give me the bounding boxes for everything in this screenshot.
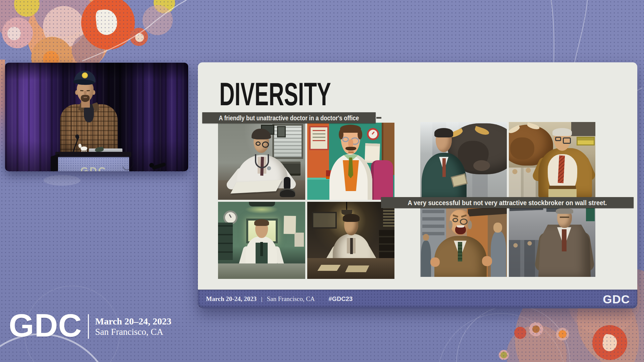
podium-side	[51, 154, 59, 171]
laptop	[89, 148, 122, 153]
brand-text: March 20–24, 2023 San Francisco, CA	[95, 316, 171, 337]
broker-hair	[434, 128, 453, 137]
gdc-logo-footer: GDC	[603, 293, 637, 305]
bystander-right-head	[493, 223, 502, 233]
podium-front: GDC	[58, 157, 129, 171]
brown-bull-head	[510, 137, 534, 160]
presenter-video-feed[interactable]: GDC	[5, 63, 188, 171]
slide-footer-hashtag: #GDC23	[329, 296, 353, 303]
cable	[120, 156, 136, 171]
broker-image-yelling	[420, 200, 507, 277]
speaker-nose	[84, 91, 87, 95]
slide-footer-bar: March 20-24, 2023 | San Francisco, CA #G…	[198, 290, 637, 308]
dark-tie	[260, 242, 263, 256]
dark-red-tie	[562, 229, 567, 251]
magenta-chair	[371, 160, 393, 200]
speaker-eye-left	[80, 90, 84, 92]
prompt-caption-doctors-text: A friendly but unattractive doctor in a …	[219, 114, 359, 122]
building-dark	[571, 122, 595, 136]
corner-microphone-icon	[152, 162, 166, 170]
gdc-brand-block: GDC March 20–24, 2023 San Francisco, CA	[9, 309, 171, 342]
broker-image-heavy-bull	[509, 122, 595, 198]
cartoon-doctor-mouth	[348, 152, 354, 153]
mustache	[345, 147, 356, 150]
doctor-tie	[350, 238, 353, 254]
goat-legs	[82, 150, 83, 153]
doctor-image-green-office	[218, 202, 305, 279]
dark-tshirt	[84, 104, 94, 122]
slide-footer-separator: |	[261, 296, 262, 303]
desk-paper-2	[345, 265, 369, 272]
desk-gauge	[280, 188, 295, 197]
doctor-glasses	[256, 141, 261, 146]
clenched-fist-right	[482, 256, 492, 266]
teeth	[457, 225, 464, 228]
brand-divider	[88, 314, 89, 339]
bull-snout	[473, 160, 490, 171]
speaker-ear-right	[92, 90, 95, 95]
bookshelf	[218, 223, 233, 260]
speaker-eye-right	[87, 90, 90, 92]
stethoscope-chestpiece	[267, 166, 271, 170]
desk-gadget	[284, 177, 290, 190]
prompt-caption-doctors: A friendly but unattractive doctor in a …	[202, 112, 376, 123]
plaid-shirt	[60, 104, 118, 155]
bystander-left	[421, 241, 431, 277]
desk-paper	[317, 265, 340, 271]
bystander-right	[491, 231, 506, 277]
blob-pink-core	[7, 27, 21, 40]
blob-olive-core	[500, 352, 507, 358]
doctor-hair	[343, 214, 360, 222]
gdc-logo-large: GDC	[9, 309, 82, 342]
bystander-left-head	[423, 234, 429, 241]
gray-hair	[552, 128, 572, 136]
broker-glasses	[452, 218, 458, 222]
stream-page: { "slide": { "title": "DIVERSITY", "capt…	[0, 0, 644, 362]
blob-pink-fade	[143, 5, 173, 35]
cap-brim	[73, 79, 95, 85]
corner-microphone-tip	[149, 163, 154, 168]
wall-poster	[284, 216, 296, 234]
yellow-sign	[577, 137, 595, 145]
side-hair-left	[448, 221, 452, 229]
blob-red-small	[514, 327, 526, 339]
cap-badge	[82, 72, 88, 78]
belt	[549, 186, 576, 189]
cartoon-doctor-glasses	[342, 137, 349, 142]
blob-ring-orange-core	[558, 330, 567, 338]
brand-date: March 20–24, 2023	[95, 316, 171, 327]
broker-image-hulking	[509, 200, 595, 277]
doctor-desk	[218, 263, 305, 279]
wall-chart	[309, 126, 329, 150]
blob-red-core	[135, 33, 144, 42]
brand-city: San Francisco, CA	[95, 327, 171, 337]
speaker-ear-left	[75, 90, 78, 95]
stern-brow	[560, 217, 569, 218]
doctor-image-cartoon	[307, 123, 394, 200]
speaker-neck	[81, 98, 90, 108]
dark-shelf	[379, 230, 394, 258]
prompt-caption-brokers: A very successful but not very attractiv…	[381, 197, 634, 208]
broker-glasses	[555, 137, 561, 141]
wall-board	[312, 212, 337, 229]
gray-hair	[556, 208, 573, 214]
goat-figurine	[78, 144, 89, 153]
goat-head	[78, 143, 82, 148]
presentation-slide: DIVERSITY	[198, 62, 637, 308]
shirt-collar-right	[92, 102, 100, 112]
podium-gdc-logo: GDC	[58, 165, 129, 171]
broker-image-bull-statue	[420, 122, 507, 198]
stethoscope	[255, 154, 269, 168]
podium-top	[55, 152, 131, 157]
cartoon-doctor-hair	[340, 125, 361, 133]
lamp-cord	[346, 202, 347, 210]
doctor-image-grid	[218, 123, 394, 279]
decor-left-strip	[0, 60, 5, 174]
green-tie	[458, 242, 462, 261]
clenched-fist-left	[430, 257, 440, 267]
speaker-goatee	[81, 95, 90, 102]
doctor-image-dark-office	[307, 202, 394, 279]
goat-body	[80, 146, 87, 150]
slide-footer-city: San Francisco, CA	[267, 295, 315, 303]
framed-picture-2	[277, 126, 286, 137]
